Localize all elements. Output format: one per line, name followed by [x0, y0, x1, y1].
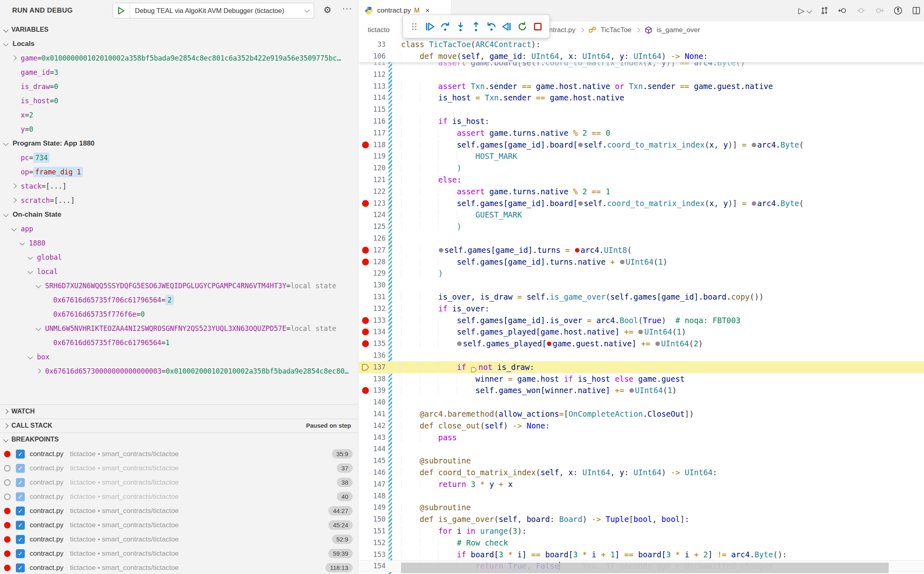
variables-section-header[interactable]: VARIABLES: [0, 24, 358, 36]
code-line[interactable]: 115: [359, 104, 924, 115]
breakpoint-checkbox[interactable]: ✓: [16, 507, 25, 515]
code-line[interactable]: 125 ): [359, 221, 924, 233]
breakpoint-dot-icon[interactable]: [362, 317, 369, 324]
code-line[interactable]: 145 @subroutine: [359, 455, 924, 467]
breakpoint-checkbox[interactable]: ✓: [16, 450, 25, 459]
inline-breakpoint-icon[interactable]: [752, 143, 756, 147]
code-line[interactable]: 142 def close_out(self) -> None:: [359, 420, 924, 432]
code-line[interactable]: 118 self.games[game_id].board[self.coord…: [359, 139, 924, 151]
variable-row[interactable]: stack = [...]: [12, 179, 67, 193]
debug-config-dropdown[interactable]: Debug TEAL via AlgoKit AVM Debugger (tic…: [113, 3, 314, 18]
breakpoint-row[interactable]: ✓contract.pytictactoe • smart_contracts/…: [0, 561, 358, 574]
breakpoint-checkbox[interactable]: ✓: [16, 492, 25, 501]
code-line[interactable]: 128 self.games[game_id].turns.native + U…: [359, 256, 924, 268]
line-number[interactable]: 149: [359, 502, 386, 513]
code-line[interactable]: 139 self.games_won[winner.native] += UIn…: [359, 385, 924, 396]
line-number[interactable]: 141: [359, 408, 386, 420]
line-number[interactable]: 148: [359, 490, 386, 502]
inline-breakpoint-icon[interactable]: [620, 260, 625, 264]
line-number[interactable]: 152: [359, 537, 386, 549]
variable-row[interactable]: game = 0x010000000102010002a358bf5bada9e…: [12, 51, 341, 65]
line-number[interactable]: 146: [359, 467, 386, 478]
inline-breakpoint-icon[interactable]: [575, 248, 579, 252]
code-line[interactable]: 113 assert Txn.sender == game.host.nativ…: [359, 80, 924, 92]
line-number[interactable]: 120: [359, 162, 386, 174]
line-number[interactable]: 144: [359, 443, 386, 455]
stop-button[interactable]: [530, 17, 545, 35]
current-change-icon[interactable]: [857, 6, 865, 15]
close-icon[interactable]: ×: [425, 6, 429, 15]
code-line[interactable]: 152 # Row check: [359, 537, 924, 549]
line-number[interactable]: 136: [359, 350, 386, 361]
step-back-button[interactable]: [484, 17, 499, 35]
chevron-down-icon[interactable]: [36, 326, 41, 331]
chevron-down-icon[interactable]: [3, 41, 9, 46]
variable-row[interactable]: op = frame_dig 1: [12, 165, 83, 179]
line-number[interactable]: 151: [359, 525, 386, 537]
code-line[interactable]: 134 self.games_played[game.host.native] …: [359, 326, 924, 338]
debug-start-icon[interactable]: [113, 3, 130, 18]
code-line[interactable]: 136: [359, 350, 924, 361]
line-number[interactable]: 154: [359, 560, 386, 572]
code-line[interactable]: 119 HOST_MARK: [359, 150, 924, 162]
variable-row[interactable]: y = 0: [12, 122, 33, 136]
variable-row[interactable]: Program State: App 1880: [4, 136, 95, 150]
step-over-button[interactable]: [437, 17, 453, 35]
code-line[interactable]: 114 is_host = Txn.sender == game.host.na…: [359, 92, 924, 104]
variable-row[interactable]: local: [28, 264, 58, 278]
code-line[interactable]: 123 self.games[game_id].board[self.coord…: [359, 198, 924, 209]
variable-row[interactable]: On-chain State: [4, 207, 61, 222]
chevron-down-icon[interactable]: [28, 354, 33, 359]
line-number[interactable]: 106: [359, 50, 386, 62]
code-line[interactable]: 130: [359, 279, 924, 291]
code-line[interactable]: 141 @arc4.baremethod(allow_actions=[OnCo…: [359, 408, 924, 420]
variable-row[interactable]: game_id = 3: [12, 65, 58, 79]
line-number[interactable]: 129: [359, 267, 386, 279]
variable-row[interactable]: global: [28, 250, 62, 264]
horizontal-scrollbar[interactable]: [401, 563, 889, 573]
code-line[interactable]: 151 for i in urange(3):: [359, 525, 924, 537]
split-editor-icon[interactable]: [912, 6, 921, 15]
inline-breakpoint-icon[interactable]: [752, 201, 756, 206]
breakpoint-checkbox[interactable]: ✓: [16, 521, 25, 530]
chevron-down-icon[interactable]: [28, 269, 33, 274]
breakpoint-row[interactable]: ✓contract.pytictactoe • smart_contracts/…: [0, 504, 358, 518]
breakpoint-dot-icon[interactable]: [362, 247, 369, 254]
line-number[interactable]: 112: [359, 69, 386, 80]
breakpoint-row[interactable]: ✓contract.pytictactoe • smart_contracts/…: [0, 475, 358, 489]
gear-icon[interactable]: ⚙: [323, 5, 332, 15]
inline-breakpoint-icon[interactable]: [457, 341, 462, 346]
variable-row[interactable]: SRH6D7XU2N6WQQ5SSYDQFG5ESO6JWEQIDPGLUGYC…: [37, 278, 336, 293]
restart-button[interactable]: [514, 17, 530, 35]
line-number[interactable]: 142: [359, 420, 386, 432]
line-number[interactable]: 132: [359, 303, 386, 315]
previous-change-icon[interactable]: [838, 6, 848, 15]
timeline-icon[interactable]: [893, 6, 903, 15]
code-line[interactable]: 117 assert game.turns.native % 2 == 0: [359, 127, 924, 139]
breakpoint-checkbox[interactable]: ✓: [16, 549, 25, 558]
line-number[interactable]: 138: [359, 373, 386, 385]
code-line[interactable]: 124 GUEST_MARK: [359, 209, 924, 221]
code-line[interactable]: 137 if not is_draw:: [359, 361, 924, 373]
breakpoint-row[interactable]: ✓contract.pytictactoe • smart_contracts/…: [0, 489, 358, 504]
code-line[interactable]: 146 def coord_to_matrix_index(self, x: U…: [359, 467, 924, 478]
code-line[interactable]: 120 ): [359, 162, 924, 174]
line-number[interactable]: 126: [359, 233, 386, 244]
chevron-down-icon[interactable]: [3, 212, 9, 217]
breakpoint-row[interactable]: ✓contract.pytictactoe • smart_contracts/…: [0, 518, 358, 532]
ellipsis-icon[interactable]: ···: [342, 3, 352, 14]
code-line[interactable]: 116 if is_host:: [359, 115, 924, 127]
breakpoint-checkbox[interactable]: ✓: [16, 563, 25, 572]
inline-breakpoint-icon[interactable]: [638, 330, 643, 334]
breakpoint-checkbox[interactable]: ✓: [16, 535, 25, 544]
line-number[interactable]: 140: [359, 396, 386, 408]
variable-row[interactable]: 0x67616d65735f706c61796564 = 2: [45, 293, 174, 307]
line-number[interactable]: 114: [359, 92, 386, 104]
chevron-right-icon[interactable]: [11, 183, 17, 189]
breadcrumb-root-fragment[interactable]: tictacto: [368, 26, 393, 34]
inline-breakpoint-icon[interactable]: [629, 388, 634, 393]
code-line[interactable]: 144: [359, 443, 924, 455]
line-number[interactable]: 150: [359, 513, 386, 525]
line-number[interactable]: 125: [359, 221, 386, 233]
line-number[interactable]: 33: [359, 39, 386, 50]
